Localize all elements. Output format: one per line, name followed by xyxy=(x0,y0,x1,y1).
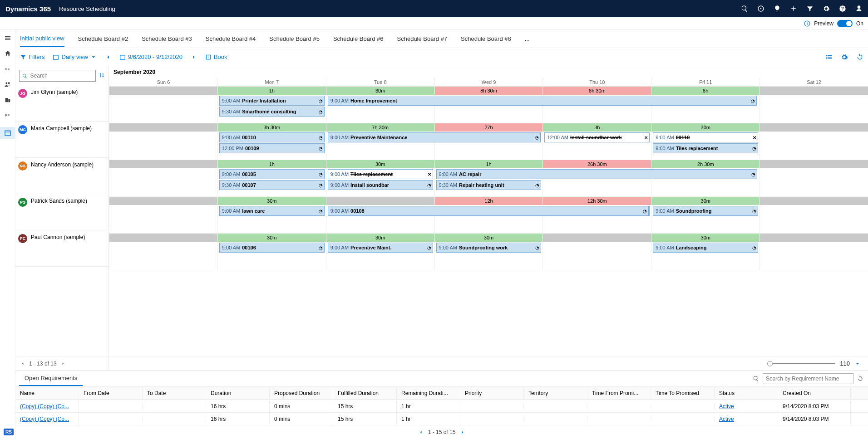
booking[interactable]: 9:00 AM00105◔ xyxy=(219,169,325,179)
column-header[interactable]: Time From Promi... xyxy=(587,387,651,399)
hamburger-icon[interactable] xyxy=(4,34,11,42)
timeline-cell[interactable]: 9:00 AMLandscaping◔ xyxy=(651,242,760,270)
collapse-icon[interactable] xyxy=(854,361,861,367)
filter-icon[interactable] xyxy=(806,5,814,12)
grid-link[interactable]: Active xyxy=(719,403,734,410)
group-icon[interactable] xyxy=(4,81,11,88)
timeline-cell[interactable]: 9:00 AMPreventive Maint.◔ xyxy=(326,242,434,270)
timeline-cell[interactable]: 9:00 AM00105◔9:30 AM00107◔ xyxy=(217,168,326,196)
next-icon[interactable] xyxy=(191,54,197,60)
grid-link[interactable]: (Copy) (Copy) (Co... xyxy=(20,416,69,422)
timeline-cell[interactable]: 9:00 AM00110◔12:00 PM00109◔ xyxy=(217,132,326,160)
timeline-cell[interactable] xyxy=(109,205,217,233)
column-header[interactable]: From Date xyxy=(79,387,143,399)
column-header[interactable]: Time To Promised xyxy=(651,387,715,399)
booking[interactable]: 9:00 AMlawn care◔ xyxy=(219,206,325,216)
timeline-cell[interactable] xyxy=(760,95,868,123)
column-header[interactable]: Created On xyxy=(778,387,851,399)
user-icon[interactable] xyxy=(855,5,863,12)
resource-item[interactable]: PCPaul Cannon (sample) xyxy=(15,230,108,267)
tab-6[interactable]: Schedule Board #6 xyxy=(333,35,384,42)
people2-icon[interactable]: R≡ xyxy=(4,112,11,119)
timeline-cell[interactable] xyxy=(109,95,217,123)
req-search-icon[interactable] xyxy=(753,376,759,382)
resource-search[interactable] xyxy=(19,70,96,82)
daily-view-button[interactable]: Daily view xyxy=(53,54,97,60)
tab-4[interactable]: Schedule Board #4 xyxy=(206,35,256,42)
column-header[interactable]: Name xyxy=(15,387,79,399)
column-header[interactable]: Remaining Durati... xyxy=(397,387,460,399)
open-requirements-tab[interactable]: Open Requirements xyxy=(19,371,83,386)
resource-item[interactable]: PSPatrick Sands (sample) xyxy=(15,194,108,230)
filters-button[interactable]: Filters xyxy=(20,54,44,60)
booking[interactable]: 9:00 AM00108◔ xyxy=(328,206,649,216)
booking[interactable]: 9:00 AMLandscaping◔ xyxy=(653,243,758,253)
timeline-cell[interactable]: 9:00 AMHome Improvement◔ xyxy=(326,95,434,123)
booking[interactable]: 9:00 AMSoundproofing◔ xyxy=(653,206,758,216)
timeline-cell[interactable] xyxy=(760,168,868,196)
tab-5[interactable]: Schedule Board #5 xyxy=(269,35,320,42)
resource-item[interactable]: JGJim Glynn (sample) xyxy=(15,85,108,122)
timeline-cell[interactable] xyxy=(542,242,651,270)
timeline-cell[interactable] xyxy=(760,242,868,270)
grid-prev-icon[interactable] xyxy=(418,429,424,435)
home-icon[interactable] xyxy=(4,50,11,57)
timeline-cell[interactable]: 9:00 AM00108◔ xyxy=(326,205,434,233)
search-icon[interactable] xyxy=(741,5,748,12)
timeline-cell[interactable]: 9:00 AM00110✕9:00 AMTiles replacement◔ xyxy=(651,132,760,160)
rs-badge[interactable]: RS xyxy=(4,429,14,435)
search-input[interactable] xyxy=(30,73,93,79)
tab-more[interactable]: ... xyxy=(525,35,530,42)
settings-icon[interactable] xyxy=(841,54,848,61)
timeline-cell[interactable]: 9:00 AMPrinter Installation◔9:30 AMSmart… xyxy=(217,95,326,123)
module-name[interactable]: Resource Scheduling xyxy=(59,5,115,12)
booking[interactable]: 9:00 AM00106◔ xyxy=(219,243,325,253)
plus-icon[interactable] xyxy=(790,5,797,12)
req-search-input[interactable] xyxy=(763,373,853,384)
booking[interactable]: 9:00 AM00110✕ xyxy=(653,132,758,142)
date-range-button[interactable]: 9/6/2020 - 9/12/2020 xyxy=(119,54,182,60)
timeline-cell[interactable]: 12:00 AMInstall soundbar work✕ xyxy=(542,132,651,160)
column-header[interactable]: Priority xyxy=(460,387,524,399)
sort-icon[interactable] xyxy=(99,72,105,78)
timeline-cell[interactable] xyxy=(760,205,868,233)
schedule-board-nav[interactable] xyxy=(0,127,15,139)
tab-initial[interactable]: Initial public view xyxy=(20,30,64,47)
booking[interactable]: 9:00 AMTiles replacement✕ xyxy=(328,169,433,179)
timeline-cell[interactable]: 9:00 AMlawn care◔ xyxy=(217,205,326,233)
timeline-cell[interactable] xyxy=(109,168,217,196)
timeline-cell[interactable]: 9:00 AM00106◔ xyxy=(217,242,326,270)
pager-prev-icon[interactable] xyxy=(20,361,25,366)
column-header[interactable]: Status xyxy=(715,387,778,399)
booking[interactable]: 9:30 AMSmarthome consulting◔ xyxy=(219,107,325,117)
refresh-icon[interactable] xyxy=(856,54,863,61)
preview-toggle[interactable] xyxy=(837,20,853,27)
grid-link[interactable]: (Copy) (Copy) (Co... xyxy=(20,403,69,410)
booking[interactable]: 9:00 AMPreventive Maint.◔ xyxy=(328,243,433,253)
tab-3[interactable]: Schedule Board #3 xyxy=(142,35,192,42)
lightbulb-icon[interactable] xyxy=(774,5,781,12)
req-refresh-icon[interactable] xyxy=(857,376,863,382)
table-row[interactable]: (Copy) (Copy) (Co...16 hrs0 mins15 hrs1 … xyxy=(15,400,868,413)
help-icon[interactable] xyxy=(839,5,846,12)
booking[interactable]: 12:00 AMInstall soundbar work✕ xyxy=(544,132,650,142)
booking[interactable]: 9:00 AM00110◔ xyxy=(219,132,325,142)
booking[interactable]: 9:30 AM00107◔ xyxy=(219,180,325,190)
column-header[interactable]: Duration xyxy=(206,387,270,399)
booking[interactable]: 9:00 AMTiles replacement◔ xyxy=(653,143,758,153)
timeline-cell[interactable]: 9:00 AMSoundproofing◔ xyxy=(651,205,760,233)
table-row[interactable]: (Copy) (Copy) (Co...16 hrs0 mins15 hrs1 … xyxy=(15,413,868,425)
prev-icon[interactable] xyxy=(105,54,111,60)
book-button[interactable]: Book xyxy=(205,54,227,60)
timeline-cell[interactable]: 9:00 AMAC repair◔9:30 AMRepair heating u… xyxy=(434,168,543,196)
zoom-slider[interactable] xyxy=(767,363,835,364)
timeline-cell[interactable]: 9:00 AMSoundproofing work◔ xyxy=(434,242,543,270)
booking[interactable]: 9:00 AMSoundproofing work◔ xyxy=(436,243,542,253)
column-header[interactable]: To Date xyxy=(143,387,206,399)
grid-link[interactable]: Active xyxy=(719,416,734,422)
timeline-cell[interactable]: 9:00 AMTiles replacement✕9:00 AMInstall … xyxy=(326,168,434,196)
booking[interactable]: 9:00 AMHome Improvement◔ xyxy=(328,96,757,106)
pager-next-icon[interactable] xyxy=(60,361,66,366)
column-header[interactable]: Territory xyxy=(524,387,587,399)
tab-7[interactable]: Schedule Board #7 xyxy=(397,35,448,42)
